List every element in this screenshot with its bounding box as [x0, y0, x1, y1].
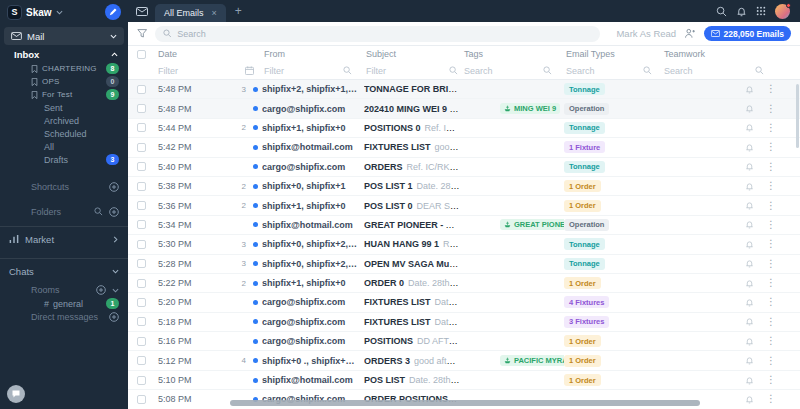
sidebar-section-shortcuts[interactable]: Shortcuts	[0, 179, 128, 194]
row-checkbox[interactable]	[137, 298, 146, 307]
sidebar-section-chats[interactable]: Chats	[0, 259, 128, 283]
email-row[interactable]: 5:34 PM shipfix@hotmail.com GREAT PIONEE…	[128, 216, 800, 235]
email-row[interactable]: 5:48 PM cargo@shipfix.com 202410 MING WE…	[128, 99, 800, 118]
row-checkbox[interactable]	[137, 220, 146, 229]
row-checkbox[interactable]	[137, 143, 146, 152]
email-row[interactable]: 5:12 PM 4 shipfix+0 ., shipfix+2, shipf.…	[128, 351, 800, 370]
snooze-bell-icon[interactable]	[745, 104, 754, 113]
teamwork-filter[interactable]: Search	[664, 62, 788, 79]
row-checkbox[interactable]	[137, 317, 146, 326]
row-checkbox[interactable]	[137, 85, 146, 94]
from-filter[interactable]: Filter	[262, 62, 364, 79]
add-room-icon[interactable]	[96, 285, 106, 295]
row-menu-button[interactable]: ⋮	[766, 356, 776, 366]
row-menu-button[interactable]: ⋮	[766, 239, 776, 249]
add-folder-icon[interactable]	[109, 207, 119, 217]
sidebar-section-mail[interactable]: Mail	[4, 27, 124, 45]
email-row[interactable]: 5:10 PM shipfix@hotmail.com POS LISTDate…	[128, 371, 800, 390]
email-row[interactable]: 5:44 PM 2 shipfix+1, shipfix+0 POSITIONS…	[128, 119, 800, 138]
email-types-filter[interactable]: Search	[564, 62, 664, 79]
column-header-subject[interactable]: Subject	[364, 49, 464, 59]
column-header-date[interactable]: Date	[154, 49, 228, 59]
email-search-input[interactable]	[177, 29, 592, 39]
email-search-box[interactable]	[155, 26, 600, 42]
search-icon[interactable]	[94, 207, 103, 216]
tags-filter[interactable]: Search	[464, 62, 564, 79]
snooze-bell-icon[interactable]	[745, 123, 754, 132]
sidebar-section-folders[interactable]: Folders	[0, 204, 128, 219]
email-row[interactable]: 5:48 PM 3 shipfix+2, shipfix+1, shipfi..…	[128, 80, 800, 99]
row-checkbox[interactable]	[137, 201, 146, 210]
row-checkbox[interactable]	[137, 240, 146, 249]
email-row[interactable]: 5:30 PM 3 shipfix+0, shipfix+2, shipfi..…	[128, 235, 800, 254]
subject-filter[interactable]: Filter	[364, 62, 464, 79]
row-checkbox[interactable]	[137, 337, 146, 346]
user-avatar[interactable]	[775, 4, 790, 19]
snooze-bell-icon[interactable]	[745, 162, 754, 171]
email-row[interactable]: 5:22 PM 2 shipfix+1, shipfix+0 ORDER 0Da…	[128, 274, 800, 293]
mark-as-read-button[interactable]: Mark As Read	[616, 28, 676, 39]
email-row[interactable]: 5:38 PM 2 shipfix+0, shipfix+1 POS LIST …	[128, 177, 800, 196]
row-checkbox[interactable]	[137, 279, 146, 288]
sidebar-item-scheduled[interactable]: Scheduled	[0, 127, 128, 140]
column-header-from[interactable]: From	[262, 49, 364, 59]
row-menu-button[interactable]: ⋮	[766, 394, 776, 404]
apps-grid-icon[interactable]	[756, 6, 766, 16]
snooze-bell-icon[interactable]	[745, 337, 754, 346]
row-menu-button[interactable]: ⋮	[766, 336, 776, 346]
notifications-bell-icon[interactable]	[736, 6, 747, 17]
row-checkbox[interactable]	[137, 395, 146, 404]
column-header-teamwork[interactable]: Teamwork	[664, 49, 742, 59]
filter-funnel-icon[interactable]	[137, 28, 147, 39]
row-menu-button[interactable]: ⋮	[766, 220, 776, 230]
email-row[interactable]: 5:28 PM 3 shipfix+0, shipfix+2, shipfi..…	[128, 255, 800, 274]
snooze-bell-icon[interactable]	[745, 201, 754, 210]
compose-button[interactable]	[105, 4, 121, 20]
snooze-bell-icon[interactable]	[745, 259, 754, 268]
email-row[interactable]: 5:40 PM cargo@shipfix.com ORDERSRef. IC/…	[128, 158, 800, 177]
row-menu-button[interactable]: ⋮	[766, 201, 776, 211]
snooze-bell-icon[interactable]	[745, 85, 754, 94]
vessel-tag[interactable]: GREAT PIONEER	[500, 219, 564, 230]
horizontal-scrollbar[interactable]	[230, 400, 700, 406]
row-menu-button[interactable]: ⋮	[766, 259, 776, 269]
snooze-bell-icon[interactable]	[745, 356, 754, 365]
row-checkbox[interactable]	[137, 376, 146, 385]
column-header-tags[interactable]: Tags	[464, 49, 564, 59]
row-menu-button[interactable]: ⋮	[766, 297, 776, 307]
snooze-bell-icon[interactable]	[745, 220, 754, 229]
row-menu-button[interactable]: ⋮	[766, 162, 776, 172]
email-row[interactable]: 5:18 PM cargo@shipfix.com FIXTURES LISTD…	[128, 313, 800, 332]
row-menu-button[interactable]: ⋮	[766, 104, 776, 114]
assign-user-icon[interactable]	[684, 28, 695, 39]
row-checkbox[interactable]	[137, 162, 146, 171]
sidebar-section-direct-messages[interactable]: Direct messages	[0, 310, 128, 324]
tab-all-emails[interactable]: All Emails ×	[155, 4, 226, 22]
sidebar-item-for-test[interactable]: For Test 9	[0, 88, 128, 101]
add-shortcut-icon[interactable]	[109, 182, 119, 192]
sidebar-item-general-channel[interactable]: # general 1	[0, 297, 128, 310]
row-menu-button[interactable]: ⋮	[766, 317, 776, 327]
row-checkbox[interactable]	[137, 104, 146, 113]
vertical-scrollbar[interactable]	[796, 84, 799, 148]
new-tab-button[interactable]: +	[233, 5, 244, 17]
sidebar-section-market[interactable]: Market	[0, 227, 128, 251]
snooze-bell-icon[interactable]	[745, 395, 754, 404]
snooze-bell-icon[interactable]	[745, 298, 754, 307]
sidebar-item-ops[interactable]: OPS 0	[0, 75, 128, 88]
row-checkbox[interactable]	[137, 356, 146, 365]
column-header-email-types[interactable]: Email Types	[564, 49, 664, 59]
row-checkbox[interactable]	[137, 123, 146, 132]
select-all-checkbox[interactable]	[137, 50, 146, 59]
search-icon[interactable]	[716, 6, 727, 17]
snooze-bell-icon[interactable]	[745, 240, 754, 249]
snooze-bell-icon[interactable]	[745, 143, 754, 152]
row-checkbox[interactable]	[137, 259, 146, 268]
row-checkbox[interactable]	[137, 182, 146, 191]
snooze-bell-icon[interactable]	[745, 182, 754, 191]
sidebar-item-drafts[interactable]: Drafts 3	[0, 153, 128, 166]
row-menu-button[interactable]: ⋮	[766, 278, 776, 288]
workspace-switcher[interactable]: S Skaw	[0, 0, 128, 24]
row-menu-button[interactable]: ⋮	[766, 142, 776, 152]
row-menu-button[interactable]: ⋮	[766, 84, 776, 94]
